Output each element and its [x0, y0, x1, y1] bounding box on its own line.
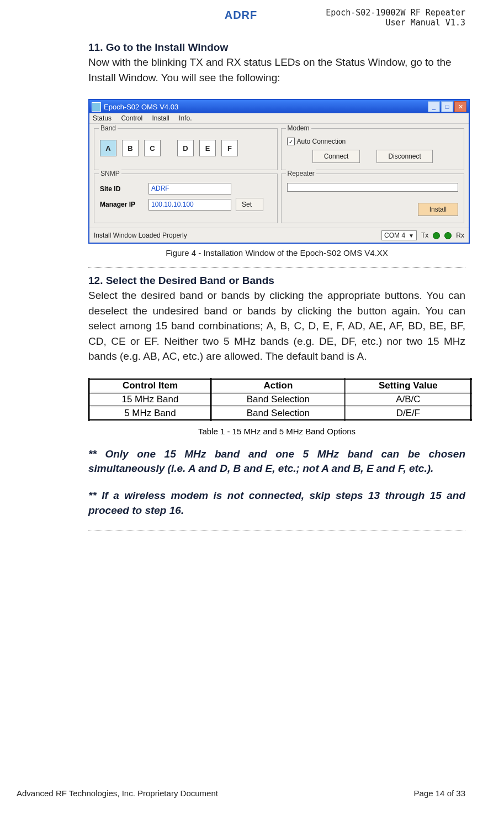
td-15mhz-value: A/B/C — [345, 392, 471, 406]
status-bar: Install Window Loaded Properly COM 4 ▼ T… — [89, 228, 469, 243]
note-band-combo: ** Only one 15 MHz band and one 5 MHz ba… — [88, 447, 465, 476]
com-port-value: COM 4 — [384, 232, 405, 239]
minimize-button[interactable]: _ — [428, 101, 440, 112]
section-11-body: Now with the blinking TX and RX status L… — [88, 55, 465, 85]
table-header-row: Control Item Action Setting Value — [89, 379, 471, 392]
band-button-a[interactable]: A — [100, 140, 116, 156]
repeater-legend: Repeater — [286, 170, 316, 177]
td-15mhz-item: 15 MHz Band — [89, 392, 211, 406]
maximize-button[interactable]: □ — [441, 101, 453, 112]
chevron-down-icon: ▼ — [408, 233, 414, 239]
note-modem-skip: ** If a wireless modem is not connected,… — [88, 488, 465, 518]
status-message: Install Window Loaded Properly — [94, 232, 187, 239]
set-button[interactable]: Set — [236, 198, 263, 211]
th-control-item: Control Item — [89, 379, 211, 392]
com-port-select[interactable]: COM 4 ▼ — [381, 230, 417, 240]
td-5mhz-value: D/E/F — [345, 406, 471, 420]
manager-ip-input[interactable]: 100.10.10.100 — [148, 199, 231, 211]
table-row: 15 MHz Band Band Selection A/B/C — [89, 392, 471, 406]
doc-title-block: Epoch-S02-19002W RF Repeater User Manual… — [326, 8, 465, 28]
footer-left: Advanced RF Technologies, Inc. Proprieta… — [17, 789, 218, 798]
repeater-group: Repeater Install — [281, 174, 465, 223]
page-header: ADRF Epoch-S02-19002W RF Repeater User M… — [17, 6, 465, 25]
modem-legend: Modem — [286, 124, 311, 132]
titlebar[interactable]: Epoch-S02 OMS V4.03 _ □ ✕ — [89, 100, 469, 113]
menu-bar: Status Control Install Info. — [89, 113, 469, 124]
adrf-logo-text: ADRF — [225, 9, 258, 22]
window-title: Epoch-S02 OMS V4.03 — [104, 103, 178, 111]
adrf-logo: ADRF — [211, 6, 272, 25]
oms-window: Epoch-S02 OMS V4.03 _ □ ✕ Status Control… — [88, 99, 470, 244]
snmp-legend: SNMP — [99, 170, 121, 177]
install-button[interactable]: Install — [418, 203, 458, 216]
band-legend: Band — [99, 124, 118, 132]
tx-label: Tx — [421, 232, 428, 239]
rx-led-icon — [444, 232, 452, 239]
separator — [88, 530, 465, 530]
band-button-f[interactable]: F — [221, 140, 238, 156]
band-button-b[interactable]: B — [122, 140, 139, 156]
band-button-d[interactable]: D — [177, 140, 194, 156]
page-footer: Advanced RF Technologies, Inc. Proprieta… — [17, 789, 465, 798]
footer-right: Page 14 of 33 — [414, 789, 465, 798]
separator — [88, 267, 465, 268]
band-button-c[interactable]: C — [144, 140, 161, 156]
td-5mhz-action: Band Selection — [211, 406, 345, 420]
manager-ip-label: Manager IP — [100, 201, 144, 208]
doc-title-line2: User Manual V1.3 — [326, 18, 465, 28]
th-setting-value: Setting Value — [345, 379, 471, 392]
td-5mhz-item: 5 MHz Band — [89, 406, 211, 420]
band-button-e[interactable]: E — [199, 140, 216, 156]
install-progress — [287, 183, 459, 192]
menu-control[interactable]: Control — [121, 114, 142, 122]
doc-title-line1: Epoch-S02-19002W RF Repeater — [326, 8, 465, 18]
app-icon — [92, 102, 101, 112]
site-id-label: Site ID — [100, 185, 144, 193]
section-11-title: 11. Go to the Install Window — [88, 41, 465, 54]
table-1-caption: Table 1 - 15 MHz and 5 MHz Band Options — [88, 427, 465, 436]
modem-group: Modem ✓ Auto Connection Connect Disconne… — [281, 128, 465, 170]
menu-install[interactable]: Install — [152, 114, 169, 122]
site-id-input[interactable]: ADRF — [148, 183, 231, 195]
snmp-group: SNMP Site ID ADRF Manager IP 100.10.10.1… — [94, 174, 278, 223]
band-options-table: Control Item Action Setting Value 15 MHz… — [88, 378, 472, 421]
auto-connection-checkbox[interactable]: ✓ — [287, 138, 295, 145]
section-12-body: Select the desired band or bands by clic… — [88, 288, 465, 364]
menu-status[interactable]: Status — [93, 114, 112, 122]
band-group: Band A B C D E F — [94, 128, 278, 170]
tx-led-icon — [433, 232, 440, 239]
menu-info[interactable]: Info. — [179, 114, 192, 122]
th-action: Action — [211, 379, 345, 392]
figure-4-caption: Figure 4 - Installation Window of the Ep… — [88, 248, 465, 257]
table-row: 5 MHz Band Band Selection D/E/F — [89, 406, 471, 420]
auto-connection-label: Auto Connection — [297, 138, 346, 145]
close-button[interactable]: ✕ — [454, 101, 466, 112]
section-12-title: 12. Select the Desired Band or Bands — [88, 275, 465, 287]
disconnect-button[interactable]: Disconnect — [376, 150, 432, 163]
rx-label: Rx — [456, 232, 464, 239]
connect-button[interactable]: Connect — [312, 150, 360, 163]
td-15mhz-action: Band Selection — [211, 392, 345, 406]
